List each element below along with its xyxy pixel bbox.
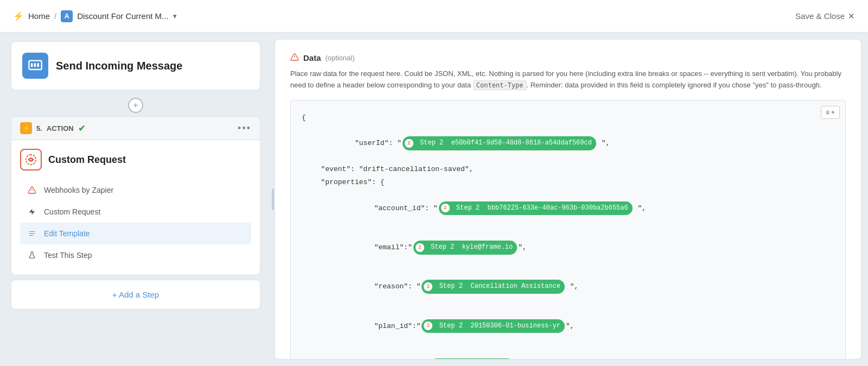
data-label: Data bbox=[303, 53, 321, 62]
home-link[interactable]: Home bbox=[28, 11, 50, 21]
code-editor[interactable]: ≡ + { "userId": "Z Step 2 e50b0f41-9d58-… bbox=[290, 100, 846, 359]
action-menu-button[interactable]: ••• bbox=[238, 123, 251, 134]
step2-reason-pill[interactable]: Z Step 2 Cancellation Assistance bbox=[422, 280, 564, 294]
action-label: ACTION bbox=[47, 124, 74, 132]
custom-request-icon bbox=[20, 149, 42, 171]
top-nav: ⚡ Home / A Discount For Current M... ▾ S… bbox=[0, 0, 868, 33]
zapier-icon-3: Z bbox=[416, 243, 424, 252]
zapier-icon-5: Z bbox=[424, 321, 432, 330]
add-connector-button[interactable]: + bbox=[128, 98, 143, 113]
custom-request-row: Custom Request bbox=[20, 149, 251, 171]
code-line-plan-id: "plan_id":"Z Step 2 20150306-01-business… bbox=[302, 306, 834, 345]
edit-template-icon bbox=[27, 228, 37, 239]
send-incoming-message-title: Send Incoming Message bbox=[56, 60, 182, 72]
nav-badge: A bbox=[61, 10, 73, 22]
action-body: Custom Request Webhooks by Zapier bbox=[11, 140, 260, 275]
insert-field-button[interactable]: ≡ + bbox=[821, 106, 840, 119]
nav-title: Discount For Current M... bbox=[77, 11, 168, 21]
action-header: ⚡ 5. ACTION ✔ ••• bbox=[11, 117, 260, 140]
step2-planid-pill[interactable]: Z Step 2 20150306-01-business-yr bbox=[422, 319, 564, 333]
code-line-event: "event": "drift-cancellation-saved", bbox=[302, 163, 834, 175]
action-check-icon: ✔ bbox=[78, 123, 85, 134]
add-step-button[interactable]: + Add a Step bbox=[11, 280, 260, 310]
menu-item-edit-template[interactable]: Edit Template bbox=[20, 223, 251, 244]
data-warning-icon bbox=[290, 53, 299, 63]
svg-rect-1 bbox=[31, 63, 33, 67]
nav-breadcrumb: ⚡ Home / A Discount For Current M... ▾ bbox=[13, 10, 177, 22]
code-line-email: "email":"Z Step 2 kyle@frame.io", bbox=[302, 228, 834, 267]
chevron-down-icon[interactable]: ▾ bbox=[173, 12, 177, 20]
resize-handle bbox=[272, 188, 274, 210]
action-header-left: ⚡ 5. ACTION ✔ bbox=[20, 122, 85, 134]
connector: + bbox=[11, 94, 260, 116]
code-line-plan-name: "plan_name":"Z Step 2 Business", bbox=[302, 346, 834, 359]
code-line-userid: "userId": "Z Step 2 e50b0f41-9d58-48d8-8… bbox=[302, 124, 834, 163]
menu-item-custom-request[interactable]: Custom Request bbox=[20, 201, 251, 223]
action-card: ⚡ 5. ACTION ✔ ••• Custom R bbox=[11, 116, 260, 275]
content-type-code: Content-Type bbox=[473, 80, 527, 90]
step2-userid-pill[interactable]: Z Step 2 e50b0f41-9d58-48d8-8618-a54ddaf… bbox=[403, 136, 596, 150]
code-line-properties: "properties": { bbox=[302, 176, 834, 188]
menu-item-test-step[interactable]: Test This Step bbox=[20, 244, 251, 266]
nav-separator: / bbox=[54, 11, 56, 21]
send-incoming-message-card: Send Incoming Message bbox=[11, 41, 260, 90]
svg-rect-3 bbox=[37, 63, 40, 67]
add-step-label: + Add a Step bbox=[112, 290, 159, 299]
menu-item-webhooks[interactable]: Webhooks by Zapier bbox=[20, 179, 251, 201]
send-message-icon bbox=[22, 53, 48, 79]
action-menu-items: Webhooks by Zapier Custom Request bbox=[20, 179, 251, 266]
step2-email-pill[interactable]: Z Step 2 kyle@frame.io bbox=[413, 241, 517, 255]
right-panel: Data (optional) Place raw data for the r… bbox=[275, 39, 861, 359]
optional-label: (optional) bbox=[326, 54, 355, 62]
code-line-open: { bbox=[302, 111, 834, 124]
data-section-header: Data (optional) bbox=[290, 53, 846, 63]
left-panel: Send Incoming Message + ⚡ 5. ACTION ✔ ••… bbox=[0, 33, 271, 366]
code-line-account-id: "account_id": "Z Step 2 bbb76225-633e-40… bbox=[302, 188, 834, 228]
test-step-label: Test This Step bbox=[44, 251, 92, 260]
flask-icon bbox=[27, 250, 37, 261]
step2-accountid-pill[interactable]: Z Step 2 bbb76225-633e-40ac-963b-030ba2b… bbox=[439, 201, 633, 216]
step2-planname-pill[interactable]: Z Step 2 Business bbox=[430, 358, 514, 359]
save-close-button[interactable]: Save & Close ✕ bbox=[795, 11, 855, 21]
lightning-icon: ⚡ bbox=[13, 11, 24, 21]
lightning-menu-icon bbox=[27, 206, 37, 217]
code-line-reason: "reason": "Z Step 2 Cancellation Assista… bbox=[302, 267, 834, 306]
edit-template-label: Edit Template bbox=[44, 229, 90, 238]
zapier-icon: Z bbox=[405, 139, 413, 148]
zapier-icon-4: Z bbox=[424, 282, 432, 291]
main-content: Send Incoming Message + ⚡ 5. ACTION ✔ ••… bbox=[0, 33, 868, 366]
data-description: Place raw data for the request here. Cou… bbox=[290, 68, 846, 91]
svg-rect-2 bbox=[34, 63, 36, 67]
action-number: 5. bbox=[36, 124, 42, 132]
webhooks-label: Webhooks by Zapier bbox=[44, 186, 113, 194]
code-toolbar: ≡ + bbox=[821, 106, 840, 119]
custom-request-title: Custom Request bbox=[48, 154, 126, 166]
custom-request-menu-label: Custom Request bbox=[44, 207, 100, 216]
svg-marker-7 bbox=[29, 209, 35, 215]
webhooks-icon bbox=[27, 185, 37, 195]
action-lightning-icon: ⚡ bbox=[20, 122, 32, 134]
zapier-icon-2: Z bbox=[441, 204, 450, 212]
